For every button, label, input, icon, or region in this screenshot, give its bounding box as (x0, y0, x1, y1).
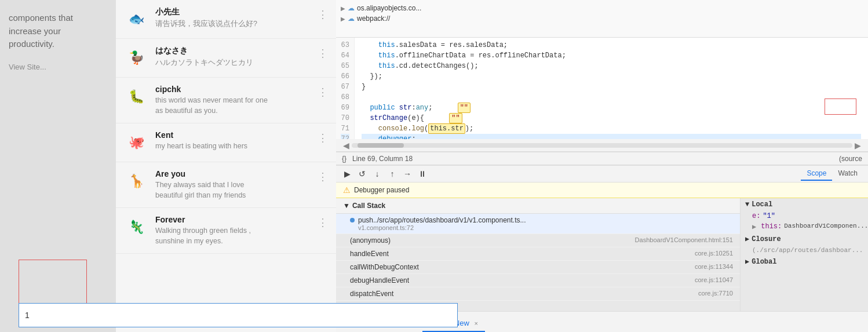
line-numbers: 636465666768697071727374 (336, 38, 355, 139)
scope-section-global[interactable]: ▶ Global (741, 255, 868, 268)
chat-preview-user1: 请告诉我，我应该说点什么好? (155, 19, 313, 30)
tab-scope[interactable]: Scope (801, 167, 832, 181)
avatar-user1: 🐟 (124, 7, 148, 31)
code-bracket-icon: {} (342, 155, 347, 163)
scope-val-this: DashboardV1Componen... (784, 222, 868, 231)
call-stack-arrow: ▼ (343, 202, 350, 210)
scope-section-local[interactable]: ▼ Local (741, 198, 868, 211)
call-stack-item-3[interactable]: callWithDebugContext core.js:11344 (336, 261, 740, 274)
chat-preview-user2: ハルカソラトキヘダツヒカリ (155, 58, 313, 68)
debug-step-into-btn[interactable]: ↓ (371, 167, 384, 180)
more-icon-user6[interactable]: ⋮ (318, 215, 328, 229)
avatar-user6: 🦎 (124, 215, 148, 239)
chat-item-user6[interactable]: 🦎 Forever Walking through green fields ,… (116, 208, 336, 254)
scroll-left-arrow[interactable]: ◀ (341, 141, 352, 150)
debug-continue-btn[interactable]: → (401, 167, 414, 180)
call-stack-item-4[interactable]: debugHandleEvent core.js:11047 (336, 274, 740, 287)
left-panel-text: components that increase your productivi… (9, 12, 107, 51)
call-stack-item-0[interactable]: push../src/app/routes/dashboard/v1/v1.co… (336, 214, 740, 234)
debugger-paused-text: Debugger paused (354, 186, 409, 194)
scope-label-closure: Closure (752, 235, 781, 243)
more-icon-user2[interactable]: ⋮ (318, 46, 328, 60)
scope-label-local: Local (752, 200, 772, 209)
warn-icon: ⚠ (343, 185, 351, 195)
scope-key-e: e: (752, 212, 760, 220)
scope-arrow-local: ▼ (745, 200, 749, 209)
scope-panel: ▼ Local e: "1" ▶ this: DashboardV1Compon… (741, 198, 868, 311)
call-stack-item-5[interactable]: dispatchEvent core.js:7710 (336, 287, 740, 301)
chat-item-user4[interactable]: 🐙 Kent my heart is beating with hers ⋮ (116, 123, 336, 162)
chat-preview-user6: Walking through green fields , sunshine … (155, 226, 313, 246)
code-content: this.salesData = res.salesData; this.off… (355, 38, 868, 139)
view-site-link[interactable]: View Site... (9, 63, 46, 71)
scope-key-this: this: (761, 222, 782, 231)
scope-item-this: ▶ this: DashboardV1Componen... (741, 221, 868, 232)
avatar-user2: 🦆 (124, 46, 148, 70)
status-line: {} Line 69, Column 18 (source (336, 152, 868, 165)
avatar-user3: 🐛 (124, 85, 148, 109)
cs-file-3: core.js:11344 (695, 263, 733, 271)
debug-step-out-btn[interactable]: ↑ (386, 167, 399, 180)
tab-whats-new-close[interactable]: × (474, 320, 477, 327)
chat-content-user6: Forever Walking through green fields , s… (155, 215, 313, 246)
chat-content-user3: cipchk this world was never meant for on… (155, 85, 313, 116)
scope-arrow-closure: ▶ (745, 235, 749, 243)
chat-item-user3[interactable]: 🐛 cipchk this world was never meant for … (116, 78, 336, 123)
debug-play-btn[interactable]: ▶ (341, 167, 353, 180)
cs-file-4: core.js:11047 (695, 276, 733, 284)
more-icon-user4[interactable]: ⋮ (318, 130, 328, 144)
file-tree-label-1[interactable]: os.alipayobjects.co... (357, 4, 421, 12)
cs-fn-4: debugHandleEvent (350, 276, 409, 284)
chat-list-panel: 🐟 小先生 请告诉我，我应该说点什么好? ⋮ 🦆 はなさき ハルカソラトキヘダツ… (116, 0, 336, 332)
chat-item-user2[interactable]: 🦆 はなさき ハルカソラトキヘダツヒカリ ⋮ (116, 39, 336, 78)
chat-item-user1[interactable]: 🐟 小先生 请告诉我，我应该说点什么好? ⋮ (116, 0, 336, 39)
more-icon-user3[interactable]: ⋮ (318, 85, 328, 98)
cs-fn-0: push../src/app/routes/dashboard/v1/v1.co… (358, 216, 526, 224)
scroll-thumb (358, 143, 404, 148)
more-icon-user1[interactable]: ⋮ (318, 7, 328, 21)
chat-name-user3: cipchk (155, 85, 313, 94)
more-icon-user5[interactable]: ⋮ (318, 169, 328, 183)
chat-name-user1: 小先生 (155, 7, 313, 17)
call-stack-panel: ▼ Call Stack push../src/app/routes/dashb… (336, 198, 741, 311)
code-section: 636465666768697071727374 this.salesData … (336, 38, 868, 165)
devtools-panel: ▶ ☁ os.alipayobjects.co... ▶ ☁ webpack:/… (336, 0, 868, 332)
scroll-right-arrow[interactable]: ▶ (852, 141, 863, 150)
status-line-text: Line 69, Column 18 (352, 155, 413, 163)
avatar-user5: 🦒 (124, 169, 148, 194)
cloud-icon: ☁ (348, 4, 355, 12)
cloud-icon-2: ☁ (348, 14, 355, 23)
debug-step-over-btn[interactable]: ↺ (356, 167, 369, 180)
scope-closure-sub: (./src/app/routes/dashboar... (741, 246, 868, 255)
chat-name-user2: はなさき (155, 46, 313, 56)
chat-content-user1: 小先生 请告诉我，我应该说点什么好? (155, 7, 313, 30)
scope-label-global: Global (752, 258, 776, 266)
chat-preview-user3: this world was never meant for one as be… (155, 96, 313, 116)
cs-fn-1: (anonymous) (350, 236, 391, 245)
call-stack-header: ▼ Call Stack (336, 198, 740, 214)
arrow-icon-2: ▶ (341, 16, 345, 22)
chat-content-user5: Are you They always said that I love bea… (155, 169, 313, 200)
tab-watch[interactable]: Watch (832, 167, 863, 181)
cs-file-2: core.js:10251 (695, 250, 733, 258)
call-stack-item-2[interactable]: handleEvent core.js:10251 (336, 247, 740, 261)
scroll-track[interactable] (352, 143, 852, 148)
file-tree-item[interactable]: ▶ ☁ os.alipayobjects.co... (341, 3, 863, 13)
call-stack-item-1[interactable]: (anonymous) DashboardV1Component.html:15… (336, 234, 740, 247)
message-input-value[interactable]: 1 (25, 311, 30, 320)
chat-item-user5[interactable]: 🦒 Are you They always said that I love b… (116, 162, 336, 208)
chat-preview-user4: my heart is beating with hers (155, 141, 313, 152)
scope-watch-tabs: Scope Watch (801, 167, 863, 181)
file-tree-item-2[interactable]: ▶ ☁ webpack:// (341, 13, 863, 24)
chat-content-user4: Kent my heart is beating with hers (155, 130, 313, 152)
scope-arrow-this: ▶ (752, 222, 756, 231)
cs-fn-5: dispatchEvent (350, 290, 393, 298)
debug-deactivate-btn[interactable]: ⏸ (416, 167, 429, 180)
file-tree-label-2[interactable]: webpack:// (357, 14, 390, 23)
status-right: (source (839, 155, 862, 163)
stack-dot-0 (350, 218, 355, 222)
debugger-paused-banner: ⚠ Debugger paused (336, 183, 868, 198)
chat-content-user2: はなさき ハルカソラトキヘダツヒカリ (155, 46, 313, 68)
cs-file-0: v1.component.ts:72 (358, 224, 526, 231)
scope-section-closure[interactable]: ▶ Closure (741, 232, 868, 246)
